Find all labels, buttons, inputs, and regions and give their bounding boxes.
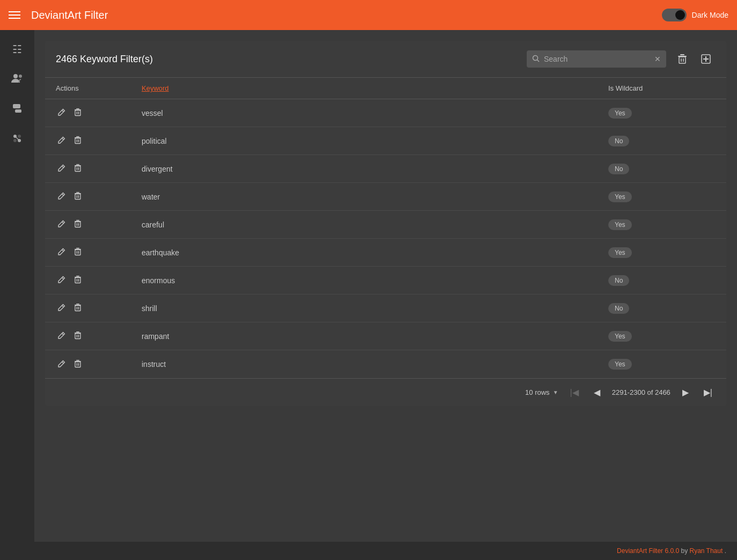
delete-all-button[interactable]	[673, 49, 692, 69]
last-page-button[interactable]: ▶|	[701, 385, 716, 400]
wildcard-badge: Yes	[608, 331, 632, 342]
table-row: earthquake Yes	[45, 239, 726, 267]
svg-line-31	[62, 166, 64, 168]
edit-icon[interactable]	[56, 301, 68, 315]
topbar: DeviantArt Filter Dark Mode	[0, 0, 737, 30]
dark-mode-toggle[interactable]	[662, 9, 687, 21]
svg-line-55	[62, 278, 64, 279]
svg-rect-40	[75, 194, 80, 200]
svg-rect-22	[75, 110, 80, 116]
sidebar-item-grid[interactable]: ☷	[4, 36, 30, 62]
footer-author-link[interactable]: Ryan Thaut	[689, 547, 723, 555]
wildcard-badge: No	[608, 164, 629, 174]
svg-line-25	[62, 138, 64, 140]
delete-icon[interactable]	[72, 134, 84, 148]
svg-rect-51	[76, 248, 79, 249]
delete-icon[interactable]	[72, 301, 84, 315]
wildcard-cell: No	[608, 275, 716, 286]
svg-line-67	[62, 334, 64, 335]
row-actions	[56, 357, 142, 372]
keyword-cell: vessel	[142, 109, 608, 117]
keyword-cell: rampant	[142, 332, 608, 341]
svg-line-37	[62, 194, 64, 196]
add-button[interactable]	[696, 49, 716, 69]
sidebar-item-users[interactable]	[4, 67, 30, 92]
svg-rect-58	[75, 278, 80, 283]
delete-icon[interactable]	[72, 106, 84, 120]
delete-icon[interactable]	[72, 329, 84, 343]
delete-icon[interactable]	[72, 245, 84, 260]
next-page-button[interactable]: ▶	[679, 385, 692, 400]
svg-rect-76	[75, 362, 80, 367]
svg-rect-3	[15, 109, 21, 113]
keyword-cell: divergent	[142, 165, 608, 173]
search-clear-button[interactable]: ✕	[654, 55, 661, 63]
edit-icon[interactable]	[56, 358, 68, 371]
delete-icon[interactable]	[72, 217, 84, 232]
delete-icon[interactable]	[72, 161, 84, 176]
svg-rect-28	[75, 138, 80, 144]
edit-icon[interactable]	[56, 134, 68, 148]
row-actions	[56, 245, 142, 260]
delete-icon[interactable]	[72, 189, 84, 204]
grid-icon: ☷	[12, 43, 22, 56]
svg-rect-21	[76, 108, 79, 109]
main-layout: ☷	[0, 30, 737, 542]
svg-line-43	[62, 222, 64, 224]
edit-icon[interactable]	[56, 190, 68, 203]
edit-icon[interactable]	[56, 218, 68, 231]
keyword-cell: enormous	[142, 276, 608, 285]
delete-icon[interactable]	[72, 273, 84, 288]
row-actions	[56, 273, 142, 288]
menu-button[interactable]	[9, 11, 20, 19]
svg-line-10	[537, 60, 540, 62]
wildcard-cell: Yes	[608, 219, 716, 230]
rows-per-page-select[interactable]: 10 rows ▼	[525, 388, 558, 396]
svg-rect-2	[13, 104, 20, 108]
users-icon	[11, 73, 23, 86]
svg-rect-34	[75, 166, 80, 172]
footer-app-link[interactable]: DeviantArt Filter 6.0.0	[617, 547, 679, 555]
col-wildcard: Is Wildcard	[608, 84, 716, 92]
edit-icon[interactable]	[56, 162, 68, 175]
first-page-button[interactable]: |◀	[567, 385, 582, 400]
card-header: 2466 Keyword Filter(s) ✕	[45, 41, 726, 78]
wildcard-badge: No	[608, 303, 629, 314]
svg-rect-64	[75, 306, 80, 311]
table-row: careful Yes	[45, 211, 726, 239]
row-actions	[56, 106, 142, 120]
wildcard-cell: Yes	[608, 108, 716, 119]
keyword-filter-card: 2466 Keyword Filter(s) ✕	[45, 41, 726, 406]
sidebar: ☷	[0, 30, 34, 542]
tag-icon	[12, 103, 23, 116]
table-footer: 10 rows ▼ |◀ ◀ 2291-2300 of 2466 ▶ ▶|	[45, 378, 726, 406]
wildcard-badge: Yes	[608, 219, 632, 230]
card-title: 2466 Keyword Filter(s)	[56, 54, 527, 65]
edit-icon[interactable]	[56, 329, 68, 343]
svg-line-49	[62, 250, 64, 252]
svg-rect-33	[76, 164, 79, 165]
prev-page-button[interactable]: ◀	[591, 385, 603, 400]
edit-icon[interactable]	[56, 106, 68, 120]
edit-icon[interactable]	[56, 246, 68, 259]
svg-line-61	[62, 306, 64, 307]
wildcard-badge: No	[608, 136, 629, 146]
table-row: water Yes	[45, 183, 726, 211]
col-keyword[interactable]: Keyword	[142, 84, 608, 92]
wildcard-cell: No	[608, 303, 716, 314]
keyword-cell: political	[142, 137, 608, 145]
svg-line-73	[62, 362, 64, 363]
delete-icon[interactable]	[72, 357, 84, 372]
dark-mode-container: Dark Mode	[662, 9, 728, 21]
wildcard-badge: Yes	[608, 359, 632, 370]
row-actions	[56, 301, 142, 315]
edit-icon[interactable]	[56, 274, 68, 287]
svg-rect-75	[76, 360, 79, 361]
sidebar-item-tags[interactable]	[4, 97, 30, 122]
pagination-info: 2291-2300 of 2466	[612, 388, 670, 396]
search-input[interactable]	[527, 50, 666, 68]
svg-rect-39	[76, 192, 79, 193]
wildcard-badge: Yes	[608, 191, 632, 202]
sidebar-item-filter[interactable]	[4, 127, 30, 152]
svg-rect-13	[679, 57, 686, 63]
